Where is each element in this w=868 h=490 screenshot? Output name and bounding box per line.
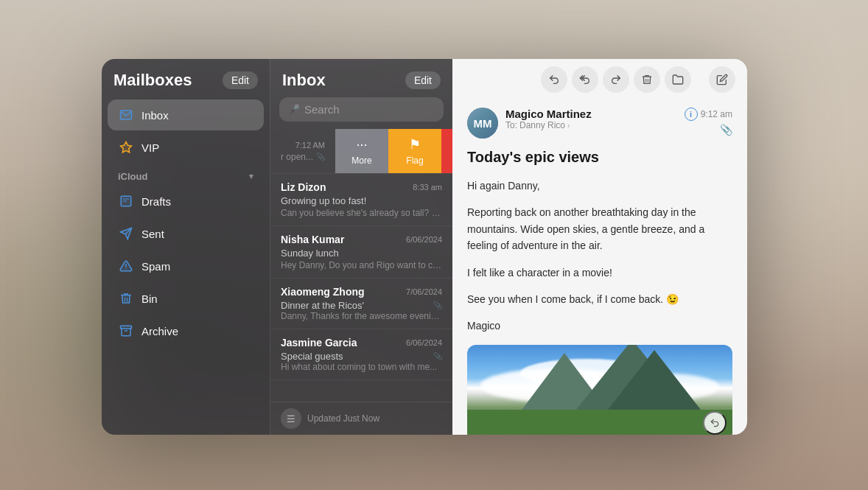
bin-label: Bin bbox=[141, 293, 158, 305]
sidebar-item-bin[interactable]: Bin bbox=[108, 283, 264, 314]
email-time-jasmine: 6/06/2024 bbox=[406, 338, 442, 347]
recipient-line: To: Danny Rico › bbox=[505, 120, 677, 130]
email-meta-right: i 9:12 am 📎 bbox=[685, 108, 732, 136]
vip-label: VIP bbox=[141, 141, 159, 154]
email-preview-xiaomeng: Danny, Thanks for the awesome evening! I… bbox=[281, 311, 442, 321]
svg-rect-1 bbox=[121, 326, 132, 329]
sidebar-item-inbox[interactable]: Inbox bbox=[108, 99, 264, 130]
sidebar-item-drafts[interactable]: Drafts bbox=[108, 186, 264, 217]
email-subject-nisha: Sunday lunch bbox=[281, 248, 442, 259]
swipe-flag-button[interactable]: ⚑ Flag bbox=[388, 129, 441, 173]
reply-all-button[interactable] bbox=[572, 66, 598, 93]
email-sender-xiaomeng: Xiaomeng Zhong bbox=[281, 286, 365, 298]
reply-button[interactable] bbox=[541, 66, 567, 93]
forward-button[interactable] bbox=[603, 66, 629, 93]
detail-toolbar bbox=[452, 59, 747, 96]
mailboxes-title: Mailboxes bbox=[113, 71, 192, 90]
email-item-jasmine[interactable]: Jasmine Garcia 6/06/2024 Special guests … bbox=[270, 329, 452, 380]
microphone-icon: 🎤 bbox=[288, 104, 300, 115]
sidebar-item-archive[interactable]: Archive bbox=[108, 315, 264, 346]
mailboxes-panel: Mailboxes Edit Inbox VIP iCloud ▾ bbox=[102, 59, 270, 435]
avatar-image: MM bbox=[467, 108, 498, 139]
inbox-panel: Inbox Edit 🎤 7:12 AM r open... bbox=[270, 59, 452, 435]
sent-label: Sent bbox=[141, 228, 164, 240]
mailboxes-edit-button[interactable]: Edit bbox=[223, 71, 258, 89]
attachment-icon-detail: 📎 bbox=[720, 124, 732, 136]
body-line-1: Hi again Danny, bbox=[467, 178, 732, 194]
footer-status: Updated Just Now bbox=[307, 413, 379, 424]
image-reply-button[interactable] bbox=[703, 411, 727, 435]
recipient-chevron-icon: › bbox=[567, 122, 570, 130]
recipient-name: Danny Rico bbox=[519, 120, 565, 130]
body-line-3: I felt like a character in a movie! bbox=[467, 265, 732, 281]
archive-label: Archive bbox=[141, 325, 178, 337]
detail-panel: MM Magico Martinez To: Danny Rico › i 9:… bbox=[452, 59, 747, 435]
email-list: 7:12 AM r open... 📎 ··· More bbox=[270, 129, 452, 402]
sender-name: Magico Martinez bbox=[505, 108, 677, 120]
attachment-icon-jasmine: 📎 bbox=[433, 352, 442, 360]
email-item-nisha[interactable]: Nisha Kumar 6/06/2024 Sunday lunch Hey D… bbox=[270, 226, 452, 279]
email-subject-xiaomeng: Dinner at the Ricos' bbox=[281, 300, 364, 311]
attachment-icon-swiped: 📎 bbox=[316, 153, 325, 161]
email-attachment-image bbox=[467, 345, 732, 435]
inbox-title: Inbox bbox=[282, 71, 326, 90]
email-body: Hi again Danny, Reporting back on anothe… bbox=[467, 178, 732, 335]
email-sender-nisha: Nisha Kumar bbox=[281, 234, 344, 245]
email-sender-liz: Liz Dizon bbox=[281, 181, 326, 193]
email-subject-jasmine: Special guests bbox=[281, 351, 343, 362]
email-subject-detail: Today's epic views bbox=[467, 149, 732, 166]
email-detail-content: MM Magico Martinez To: Danny Rico › i 9:… bbox=[452, 96, 747, 435]
email-meta-info: Magico Martinez To: Danny Rico › bbox=[505, 108, 677, 130]
compose-new-button[interactable] bbox=[709, 66, 735, 93]
drafts-label: Drafts bbox=[141, 195, 171, 208]
swipe-more-button[interactable]: ··· More bbox=[335, 129, 388, 173]
more-label: More bbox=[351, 155, 371, 166]
search-input[interactable] bbox=[304, 103, 435, 116]
sidebar-item-vip[interactable]: VIP bbox=[108, 132, 264, 163]
email-item-liz[interactable]: Liz Dizon 8:33 am Growing up too fast! C… bbox=[270, 174, 452, 226]
email-preview-nisha: Hey Danny, Do you and Rigo want to come … bbox=[281, 260, 442, 270]
search-bar[interactable]: 🎤 bbox=[279, 97, 444, 122]
compose-icon[interactable]: ☰ bbox=[281, 408, 301, 429]
email-item-swiped[interactable]: 7:12 AM r open... 📎 ··· More bbox=[270, 129, 452, 174]
spam-label: Spam bbox=[141, 260, 170, 273]
email-sender-jasmine: Jasmine Garcia bbox=[281, 337, 357, 349]
email-meta: MM Magico Martinez To: Danny Rico › i 9:… bbox=[467, 108, 732, 139]
email-time-liz: 8:33 am bbox=[413, 183, 442, 192]
flag-label: Flag bbox=[406, 155, 423, 166]
email-timestamp: 9:12 am bbox=[701, 109, 732, 119]
mountain-scene bbox=[467, 345, 732, 435]
spam-icon bbox=[118, 258, 134, 274]
inbox-label: Inbox bbox=[141, 109, 169, 122]
flag-icon: ⚑ bbox=[409, 136, 421, 153]
swipe-bin-button[interactable]: 🗑 Bin bbox=[441, 129, 452, 173]
star-icon bbox=[118, 139, 134, 155]
drafts-icon bbox=[118, 193, 134, 209]
email-time-nisha: 6/06/2024 bbox=[406, 235, 442, 244]
email-image-container bbox=[467, 345, 732, 435]
bin-icon bbox=[118, 290, 134, 307]
email-preview-jasmine: Hi what about coming to town with me... bbox=[281, 362, 442, 372]
inbox-header: Inbox Edit bbox=[270, 59, 452, 97]
archive-icon bbox=[118, 323, 134, 339]
sidebar-item-spam[interactable]: Spam bbox=[108, 251, 264, 281]
sent-icon bbox=[118, 225, 134, 242]
sender-avatar: MM bbox=[467, 108, 498, 139]
body-line-2: Reporting back on another breathtaking d… bbox=[467, 204, 732, 253]
icloud-section-label: iCloud ▾ bbox=[102, 164, 270, 185]
email-subject-liz: Growing up too fast! bbox=[281, 195, 442, 206]
email-preview-liz: Can you believe she's already so tall? P… bbox=[281, 208, 442, 218]
delete-button[interactable] bbox=[634, 66, 660, 93]
email-time-xiaomeng: 7/06/2024 bbox=[406, 287, 442, 296]
inbox-edit-button[interactable]: Edit bbox=[405, 71, 441, 89]
mountain-3 bbox=[603, 350, 706, 416]
folder-button[interactable] bbox=[665, 66, 691, 93]
email-item-xiaomeng[interactable]: Xiaomeng Zhong 7/06/2024 Dinner at the R… bbox=[270, 279, 452, 329]
mailboxes-header: Mailboxes Edit bbox=[102, 71, 270, 99]
more-dots-icon: ··· bbox=[357, 137, 368, 153]
email-preview-swiped: r open... bbox=[281, 152, 313, 162]
sidebar-item-sent[interactable]: Sent bbox=[108, 218, 264, 249]
inbox-footer: ☰ Updated Just Now bbox=[270, 402, 452, 435]
icloud-chevron-icon: ▾ bbox=[249, 172, 253, 181]
info-icon[interactable]: i bbox=[685, 108, 698, 121]
